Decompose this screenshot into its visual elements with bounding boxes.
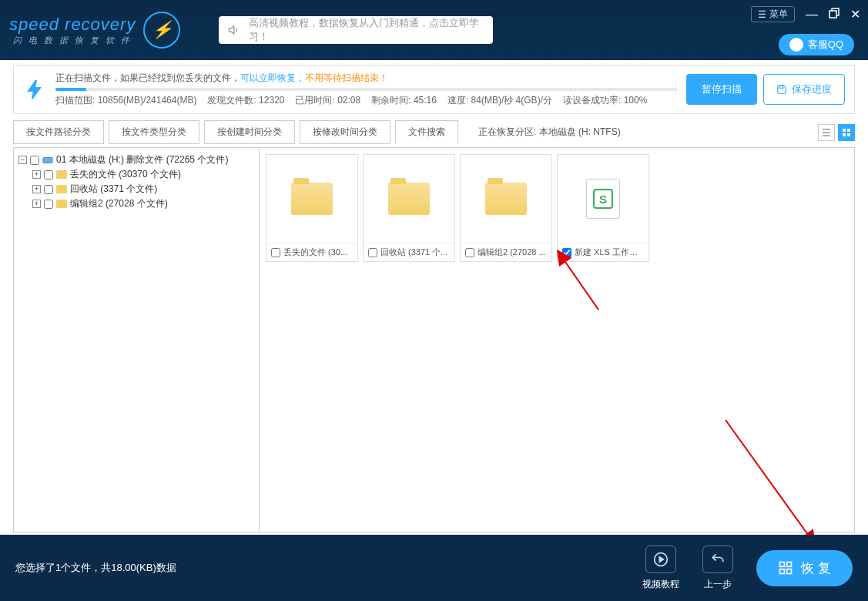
logo-bolt-icon: ⚡ xyxy=(143,12,180,49)
scan-icon xyxy=(23,78,46,101)
play-icon xyxy=(645,546,676,573)
file-item-folder[interactable]: 丢失的文件 (30... xyxy=(266,154,358,262)
tree-checkbox[interactable] xyxy=(44,170,53,180)
recover-icon xyxy=(778,560,793,576)
tree-expand-icon[interactable]: + xyxy=(32,200,41,208)
avatar-icon xyxy=(789,38,803,52)
support-button[interactable]: 客服QQ xyxy=(779,34,854,55)
tree-checkbox[interactable] xyxy=(44,200,53,209)
tree-node[interactable]: + 回收站 (3371 个文件) xyxy=(32,182,254,196)
tab-by-path[interactable]: 按文件路径分类 xyxy=(13,120,104,144)
selection-status: 您选择了1个文件，共18.00(KB)数据 xyxy=(15,561,176,575)
svg-rect-15 xyxy=(787,562,792,567)
svg-rect-8 xyxy=(847,133,850,136)
scan-status-bar: 正在扫描文件，如果已经找到您丢失的文件，可以立即恢复，不用等待扫描结束！ 扫描范… xyxy=(13,65,855,114)
file-item-folder[interactable]: 回收站 (3371 个... xyxy=(363,154,455,262)
video-tutorial-button[interactable]: 视频教程 xyxy=(642,546,679,591)
folder-icon xyxy=(56,185,67,193)
window-controls: ☰ 菜单 — ✕ xyxy=(751,6,860,22)
folder-icon xyxy=(485,183,527,215)
folder-icon xyxy=(56,200,67,208)
menu-icon: ☰ xyxy=(758,9,766,20)
tree-collapse-icon[interactable]: − xyxy=(18,156,27,164)
file-item-folder[interactable]: 编辑组2 (27028 ... xyxy=(460,154,552,262)
logo-sub-text: 闪 电 数 据 恢 复 软 件 xyxy=(9,35,136,46)
minimize-button[interactable]: — xyxy=(806,8,818,22)
file-checkbox[interactable] xyxy=(368,248,377,257)
file-grid: 丢失的文件 (30... 回收站 (3371 个... 编辑组2 (27028 … xyxy=(260,147,855,532)
file-checkbox[interactable] xyxy=(465,248,474,257)
maximize-button[interactable] xyxy=(829,8,840,22)
svg-rect-0 xyxy=(829,11,836,18)
save-progress-button[interactable]: 保存进度 xyxy=(763,74,845,105)
svg-rect-7 xyxy=(843,133,846,136)
tab-by-created[interactable]: 按创建时间分类 xyxy=(204,120,295,144)
partition-info: 正在恢复分区: 本地磁盘 (H: NTFS) xyxy=(478,126,621,139)
folder-tree[interactable]: − 01 本地磁盘 (H:) 删除文件 (72265 个文件) + 丢失的文件 … xyxy=(13,147,260,532)
scan-progress-bar xyxy=(55,88,677,91)
app-footer: 您选择了1个文件，共18.00(KB)数据 视频教程 上一步 恢 复 xyxy=(0,535,868,601)
logo-main-text: speed recovery xyxy=(9,15,136,35)
back-icon xyxy=(702,546,733,573)
save-icon xyxy=(776,84,787,95)
tutorial-text: 高清视频教程，数据恢复从入门到精通，点击立即学习！ xyxy=(249,16,484,44)
menu-button[interactable]: ☰ 菜单 xyxy=(751,6,795,22)
folder-icon xyxy=(291,183,333,215)
svg-rect-1 xyxy=(779,86,783,89)
svg-rect-14 xyxy=(780,562,785,567)
speaker-icon xyxy=(228,23,241,37)
close-button[interactable]: ✕ xyxy=(850,7,860,22)
recover-button[interactable]: 恢 复 xyxy=(756,550,853,586)
tree-node[interactable]: + 编辑组2 (27028 个文件) xyxy=(32,196,254,211)
scan-title: 正在扫描文件，如果已经找到您丢失的文件，可以立即恢复，不用等待扫描结束！ xyxy=(55,72,677,85)
svg-line-10 xyxy=(564,260,598,310)
tab-by-modified[interactable]: 按修改时间分类 xyxy=(300,120,390,144)
scan-stats: 扫描范围: 10856(MB)/241464(MB) 发现文件数: 12320 … xyxy=(55,94,677,107)
tree-expand-icon[interactable]: + xyxy=(32,185,41,193)
back-button[interactable]: 上一步 xyxy=(702,546,733,591)
file-item-xls[interactable]: S 新建 XLS 工作表... xyxy=(557,154,649,262)
svg-marker-13 xyxy=(660,556,664,562)
svg-rect-17 xyxy=(787,569,792,574)
view-list-button[interactable] xyxy=(818,124,835,141)
pause-scan-button[interactable]: 暂停扫描 xyxy=(686,74,757,105)
view-grid-button[interactable] xyxy=(838,124,855,141)
svg-rect-9 xyxy=(43,157,52,163)
xls-file-icon: S xyxy=(586,179,620,219)
folder-icon xyxy=(388,183,430,215)
tab-file-search[interactable]: 文件搜索 xyxy=(395,120,458,144)
tree-expand-icon[interactable]: + xyxy=(32,170,41,179)
app-logo: speed recovery 闪 电 数 据 恢 复 软 件 ⚡ xyxy=(9,12,180,49)
tree-root-checkbox[interactable] xyxy=(30,156,39,165)
tree-node[interactable]: + 丢失的文件 (30370 个文件) xyxy=(32,167,254,182)
file-checkbox[interactable] xyxy=(271,248,280,257)
file-checkbox[interactable] xyxy=(562,248,571,257)
tutorial-banner[interactable]: 高清视频教程，数据恢复从入门到精通，点击立即学习！ xyxy=(219,16,493,44)
svg-rect-6 xyxy=(847,129,850,132)
tree-checkbox[interactable] xyxy=(44,185,53,194)
annotation-arrow xyxy=(560,256,606,321)
svg-rect-5 xyxy=(843,129,846,132)
svg-rect-16 xyxy=(780,569,785,574)
tab-by-type[interactable]: 按文件类型分类 xyxy=(109,120,199,144)
tree-root[interactable]: − 01 本地磁盘 (H:) 删除文件 (72265 个文件) xyxy=(18,153,254,167)
folder-icon xyxy=(56,170,67,179)
app-header: speed recovery 闪 电 数 据 恢 复 软 件 ⚡ 高清视频教程，… xyxy=(0,0,868,60)
main-content: − 01 本地磁盘 (H:) 删除文件 (72265 个文件) + 丢失的文件 … xyxy=(13,147,855,532)
drive-icon xyxy=(42,155,53,166)
tabs-row: 按文件路径分类 按文件类型分类 按创建时间分类 按修改时间分类 文件搜索 正在恢… xyxy=(13,120,855,144)
